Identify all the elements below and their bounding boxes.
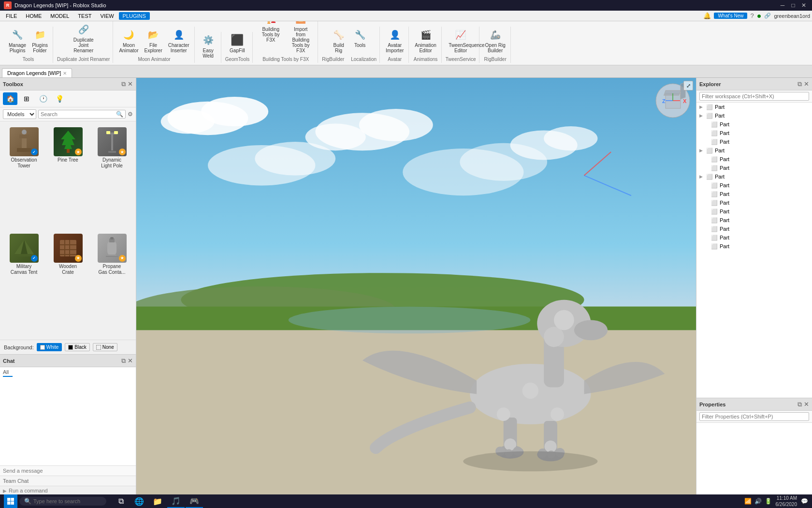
taskbar-app-taskview[interactable]: ⧉	[112, 494, 130, 508]
avatar-importer-button[interactable]: 👤 AvatarImporter	[384, 27, 406, 55]
menu-home[interactable]: HOME	[22, 12, 45, 20]
file-explorer-button[interactable]: 📂 FileExplorer	[142, 27, 164, 55]
tree-item-part-12[interactable]: ⬜ Part	[696, 198, 812, 207]
tree-item-part-11[interactable]: ⬜ Part	[696, 190, 812, 198]
editor-tab-close[interactable]: ✕	[63, 71, 67, 76]
menu-model[interactable]: MODEL	[46, 12, 73, 20]
gapfill-button[interactable]: ⬛ GapFill	[228, 32, 247, 55]
properties-controls: ⧉ ✕	[798, 401, 809, 408]
menu-plugins[interactable]: PLUGINS	[119, 12, 150, 20]
explorer-popout-button[interactable]: ⧉	[798, 80, 802, 88]
bg-option-black[interactable]: Black	[65, 343, 89, 351]
toolbox-item-pine-tree[interactable]: ★ Pine Tree	[47, 125, 89, 230]
tree-item-part-10[interactable]: ⬜ Part	[696, 181, 812, 190]
properties-filter-input[interactable]	[699, 412, 809, 421]
tree-item-part-5[interactable]: ⬜ Part	[696, 137, 812, 146]
tree-item-part-16[interactable]: ⬜ Part	[696, 233, 812, 242]
chat-popout-button[interactable]: ⧉	[121, 357, 126, 365]
viewport[interactable]: Z X ⤢	[136, 78, 696, 495]
tools-button[interactable]: 🔧 Tools	[350, 27, 370, 49]
toolbox-item-observation-tower[interactable]: ✓ ObservationTower	[3, 125, 45, 230]
tree-item-part-15[interactable]: ⬜ Part	[696, 224, 812, 233]
bg-option-none[interactable]: None	[93, 343, 117, 351]
plugins-folder-button[interactable]: 📁 PluginsFolder	[30, 27, 50, 55]
toolbox-popout-button[interactable]: ⧉	[121, 80, 126, 88]
menu-file[interactable]: FILE	[2, 12, 21, 20]
taskbar-app-roblox[interactable]: 🎮	[186, 494, 203, 508]
properties-close-button[interactable]: ✕	[804, 401, 809, 408]
toolbox-item-military-tent[interactable]: ✓ MilitaryCanvas Tent	[3, 232, 45, 336]
maximize-button[interactable]: □	[789, 1, 798, 9]
taskbar-app-spotify[interactable]: 🎵	[167, 494, 185, 508]
start-button[interactable]	[4, 494, 17, 508]
tree-item-part-9[interactable]: ▶ ⬜ Part	[696, 172, 812, 181]
notification-tray-icon[interactable]: 💬	[801, 498, 808, 505]
ribbon-group-djr: 🔗 DuplicateJoint Renamer Duplicate Joint…	[54, 21, 114, 63]
tweensequence-button[interactable]: 📈 TweenSequenceEditor	[447, 27, 475, 55]
share-icon[interactable]: 🔗	[764, 13, 771, 19]
taskbar-search-input[interactable]	[33, 498, 100, 504]
filter-icon[interactable]: ⚙	[128, 111, 133, 118]
chat-input[interactable]	[3, 468, 133, 474]
help-icon[interactable]: ?	[750, 12, 754, 19]
tools-icon: 🔧	[353, 28, 367, 42]
tree-item-part-17[interactable]: ⬜ Part	[696, 242, 812, 251]
tree-item-part-8[interactable]: ⬜ Part	[696, 164, 812, 172]
character-inserter-button[interactable]: 👤 CharacterInserter	[166, 27, 191, 55]
observation-label: ObservationTower	[11, 157, 37, 169]
open-rig-builder-button[interactable]: 🦾 Open RigBuilder	[483, 27, 508, 55]
explorer-close-button[interactable]: ✕	[804, 80, 809, 88]
easy-weld-button[interactable]: ⚙️ EasyWeld	[199, 32, 218, 60]
search-input[interactable]	[41, 111, 115, 117]
close-button[interactable]: ✕	[799, 1, 808, 9]
tree-item-part-2[interactable]: ▶ ⬜ Part	[696, 111, 812, 120]
taskbar-clock[interactable]: 11:10 AM 6/26/2020	[776, 495, 798, 508]
moon-animator-button[interactable]: 🌙 MoonAnimator	[117, 27, 140, 55]
tree-label-8: Part	[720, 165, 809, 171]
explorer-filter-input[interactable]	[699, 92, 809, 101]
svg-point-26	[168, 102, 248, 135]
toolbox-item-dynamic-light-pole[interactable]: ★ DynamicLight Pole	[91, 125, 133, 230]
toolbox-item-wooden-crate[interactable]: ★ WoodenCrate	[47, 232, 89, 336]
tree-item-part-13[interactable]: ⬜ Part	[696, 207, 812, 216]
open-rig-builder-icon: 🦾	[489, 28, 502, 42]
manage-plugins-button[interactable]: 🔧 ManagePlugins	[7, 27, 28, 55]
notification-icon[interactable]: 🔔	[703, 12, 711, 19]
search-icon[interactable]: 🔍	[116, 111, 123, 118]
minimize-button[interactable]: ─	[778, 1, 787, 9]
menu-view[interactable]: VIEW	[96, 12, 117, 20]
volume-icon[interactable]: 🔊	[754, 498, 762, 505]
tree-item-part-14[interactable]: ⬜ Part	[696, 216, 812, 224]
toolbox-icon-recent[interactable]: 🕐	[36, 92, 50, 105]
toolbox-item-propane[interactable]: ★ PropaneGas Conta...	[91, 232, 133, 336]
taskbar-app-files[interactable]: 📁	[149, 494, 166, 508]
animation-editor-button[interactable]: 🎬 AnimationEditor	[413, 27, 438, 55]
run-command-input[interactable]	[9, 488, 133, 493]
chat-close-button[interactable]: ✕	[128, 357, 133, 364]
import-building-button[interactable]: 📥 Import from BuildingTools by F3X	[287, 21, 315, 55]
viewport-expand-button[interactable]: ⤢	[683, 81, 693, 90]
toolbox-close-button[interactable]: ✕	[128, 80, 133, 88]
taskbar-app-edge[interactable]: 🌐	[130, 494, 148, 508]
editor-tab-dragon[interactable]: Dragon Legends [WIP] ✕	[2, 68, 72, 77]
whats-new-button[interactable]: What's New	[714, 13, 747, 19]
toolbox-type-select[interactable]: Models Decals Meshes Audio	[3, 109, 36, 119]
bg-option-white[interactable]: White	[37, 343, 62, 351]
toolbox-icon-marketplace[interactable]: ⊞	[19, 92, 34, 105]
build-rig-button[interactable]: 🦴 BuildRig	[329, 27, 348, 55]
network-icon[interactable]: 📶	[744, 498, 752, 505]
toolbox-icon-starred[interactable]: 💡	[52, 92, 67, 105]
taskbar: 🔍 ⧉ 🌐 📁 🎵 🎮 📶 🔊 🔋 11:10 AM 6/26/2020 💬	[0, 494, 812, 508]
battery-icon[interactable]: 🔋	[765, 498, 772, 505]
tree-item-part-6[interactable]: ▶ ⬜ Part	[696, 146, 812, 155]
tree-item-part-7[interactable]: ⬜ Part	[696, 155, 812, 164]
duplicate-joint-button[interactable]: 🔗 DuplicateJoint Renamer	[70, 21, 98, 55]
menu-test[interactable]: TEST	[74, 12, 95, 20]
tree-item-part-4[interactable]: ⬜ Part	[696, 129, 812, 137]
tree-item-part-1[interactable]: ▶ ⬜ Part	[696, 103, 812, 111]
building-tools-button[interactable]: 🏗️ BuildingTools by F3X	[257, 21, 285, 44]
explorer-tree: ▶ ⬜ Part ▶ ⬜ Part ⬜ Part ⬜ Part	[696, 103, 812, 398]
properties-popout-button[interactable]: ⧉	[798, 401, 802, 408]
tree-item-part-3[interactable]: ⬜ Part	[696, 120, 812, 129]
toolbox-icon-inventory[interactable]: 🏠	[3, 92, 17, 105]
